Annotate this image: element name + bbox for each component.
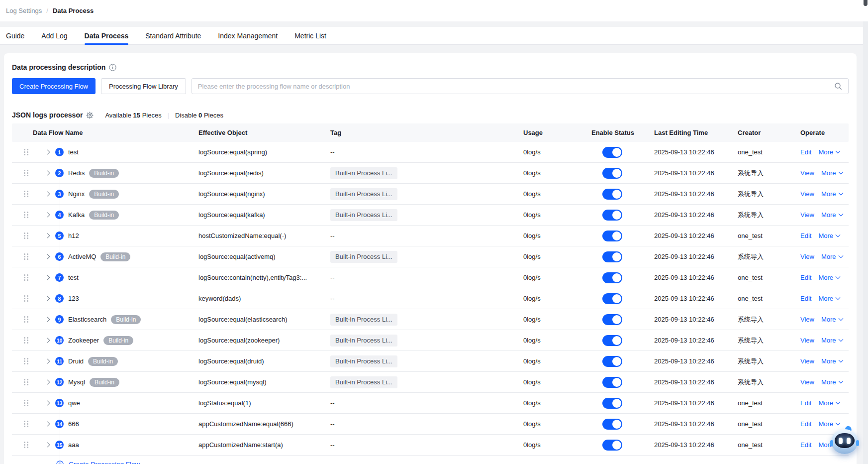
- enable-toggle[interactable]: [602, 251, 622, 262]
- more-dropdown[interactable]: More: [821, 169, 843, 177]
- expand-chevron-icon[interactable]: [45, 443, 50, 448]
- more-dropdown[interactable]: More: [818, 274, 840, 281]
- more-dropdown[interactable]: More: [821, 337, 843, 344]
- primary-action-link[interactable]: Edit: [800, 274, 811, 281]
- footer-create-processing-flow-link[interactable]: Create Processing Flow: [12, 456, 849, 464]
- more-dropdown[interactable]: More: [818, 295, 840, 302]
- enable-toggle[interactable]: [602, 147, 622, 158]
- drag-handle-icon[interactable]: [24, 232, 29, 239]
- drag-handle-icon[interactable]: [24, 191, 29, 198]
- tab-standard-attribute[interactable]: Standard Attribute: [145, 27, 201, 44]
- tab-guide[interactable]: Guide: [6, 27, 24, 44]
- drag-handle-icon[interactable]: [24, 170, 29, 177]
- enable-toggle[interactable]: [602, 314, 622, 325]
- tab-metric-list[interactable]: Metric List: [294, 27, 326, 44]
- primary-action-link[interactable]: View: [800, 190, 814, 198]
- enable-toggle[interactable]: [602, 168, 622, 179]
- enable-toggle[interactable]: [602, 419, 622, 430]
- tag-chip: Built-in Process Li...: [330, 251, 397, 263]
- assistant-robot-button[interactable]: [830, 426, 859, 455]
- more-dropdown[interactable]: More: [821, 378, 843, 386]
- drag-handle-icon[interactable]: [24, 358, 29, 365]
- drag-handle-icon[interactable]: [24, 149, 29, 156]
- primary-action-link[interactable]: View: [800, 337, 814, 344]
- expand-chevron-icon[interactable]: [45, 359, 50, 364]
- expand-chevron-icon[interactable]: [45, 401, 50, 406]
- more-dropdown[interactable]: More: [821, 211, 843, 219]
- tab-add-log[interactable]: Add Log: [41, 27, 67, 44]
- primary-action-link[interactable]: View: [800, 169, 814, 177]
- enable-toggle[interactable]: [602, 356, 622, 367]
- drag-handle-icon[interactable]: [24, 379, 29, 386]
- drag-handle-icon[interactable]: [24, 421, 29, 428]
- gear-icon[interactable]: [86, 112, 94, 119]
- primary-action-link[interactable]: Edit: [800, 399, 811, 407]
- enable-toggle[interactable]: [602, 210, 622, 221]
- drag-handle-icon[interactable]: [24, 400, 29, 407]
- enable-toggle[interactable]: [602, 272, 622, 283]
- breadcrumb-parent[interactable]: Log Settings: [6, 7, 42, 14]
- enable-toggle[interactable]: [602, 335, 622, 346]
- enable-toggle[interactable]: [602, 293, 622, 304]
- scrollbar-thumb[interactable]: [864, 0, 868, 6]
- drag-handle-icon[interactable]: [24, 274, 29, 281]
- expand-chevron-icon[interactable]: [45, 254, 50, 259]
- more-dropdown[interactable]: More: [818, 399, 840, 407]
- enable-toggle[interactable]: [602, 440, 622, 451]
- primary-action-link[interactable]: Edit: [800, 441, 811, 449]
- effective-object: appCustomizedName:start(a): [198, 441, 330, 449]
- usage-value: 0log/s: [523, 211, 591, 219]
- more-dropdown[interactable]: More: [821, 253, 843, 260]
- primary-action-link[interactable]: View: [800, 211, 814, 219]
- drag-handle-icon[interactable]: [24, 295, 29, 302]
- scrollbar-track[interactable]: [863, 21, 868, 464]
- expand-chevron-icon[interactable]: [45, 296, 50, 301]
- expand-chevron-icon[interactable]: [45, 422, 50, 427]
- expand-chevron-icon[interactable]: [45, 275, 50, 280]
- builtin-pill: Build-in: [111, 315, 141, 324]
- expand-chevron-icon[interactable]: [45, 380, 50, 385]
- expand-chevron-icon[interactable]: [45, 150, 50, 155]
- robot-head: [831, 429, 858, 454]
- enable-toggle[interactable]: [602, 231, 622, 241]
- drag-handle-icon[interactable]: [24, 212, 29, 219]
- expand-chevron-icon[interactable]: [45, 338, 50, 343]
- processing-flow-library-button[interactable]: Processing Flow Library: [101, 78, 186, 94]
- more-dropdown[interactable]: More: [818, 232, 840, 239]
- search-input[interactable]: [198, 83, 834, 90]
- expand-chevron-icon[interactable]: [45, 233, 50, 238]
- enable-toggle[interactable]: [602, 189, 622, 200]
- primary-action-link[interactable]: Edit: [800, 148, 811, 156]
- search-icon[interactable]: [834, 82, 842, 90]
- enable-toggle[interactable]: [602, 398, 622, 409]
- primary-action-link[interactable]: Edit: [800, 420, 811, 428]
- more-dropdown[interactable]: More: [818, 148, 840, 156]
- drag-handle-icon[interactable]: [24, 316, 29, 323]
- table-row: 13 qwe logStatus:equal(1) -- 0log/s 2025…: [12, 393, 849, 414]
- tag-chip: --: [330, 295, 335, 302]
- tab-label: Standard Attribute: [145, 32, 201, 40]
- drag-handle-icon[interactable]: [24, 337, 29, 344]
- tab-index-management[interactable]: Index Management: [218, 27, 278, 44]
- info-icon[interactable]: [109, 64, 116, 71]
- primary-action-link[interactable]: View: [800, 357, 814, 365]
- primary-action-link[interactable]: View: [800, 378, 814, 386]
- primary-action-link[interactable]: Edit: [800, 232, 811, 239]
- create-processing-flow-button[interactable]: Create Processing Flow: [12, 78, 96, 94]
- expand-chevron-icon[interactable]: [45, 171, 50, 176]
- enable-toggle[interactable]: [602, 377, 622, 388]
- expand-chevron-icon[interactable]: [45, 317, 50, 322]
- expand-chevron-icon[interactable]: [45, 213, 50, 218]
- drag-handle-icon[interactable]: [24, 442, 29, 449]
- primary-action-link[interactable]: Edit: [800, 295, 811, 302]
- primary-action-link[interactable]: View: [800, 316, 814, 323]
- more-dropdown[interactable]: More: [821, 316, 843, 323]
- tab-data-process[interactable]: Data Process: [85, 27, 129, 44]
- primary-action-link[interactable]: View: [800, 253, 814, 260]
- expand-chevron-icon[interactable]: [45, 192, 50, 197]
- drag-handle-icon[interactable]: [24, 253, 29, 260]
- col-operate: Operate: [800, 129, 849, 136]
- available-count-text: Available 15 Pieces: [105, 112, 161, 119]
- more-dropdown[interactable]: More: [821, 190, 843, 198]
- more-dropdown[interactable]: More: [821, 357, 843, 365]
